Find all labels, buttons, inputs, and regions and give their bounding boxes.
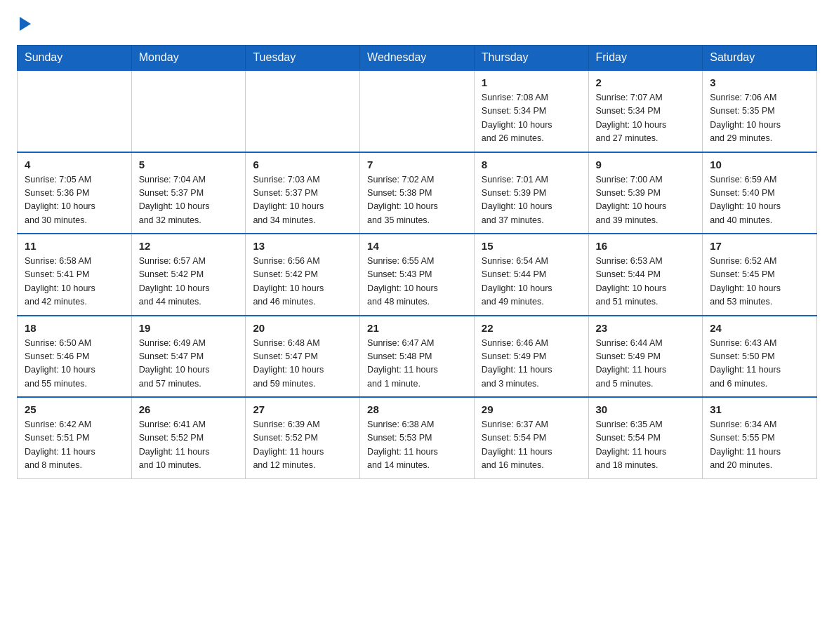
calendar-table: SundayMondayTuesdayWednesdayThursdayFrid… <box>17 45 817 479</box>
day-number: 14 <box>367 240 467 252</box>
day-number: 30 <box>596 403 696 415</box>
day-number: 2 <box>596 76 696 88</box>
calendar-cell <box>360 70 475 152</box>
calendar-cell: 10Sunrise: 6:59 AM Sunset: 5:40 PM Dayli… <box>703 152 817 234</box>
calendar-cell: 7Sunrise: 7:02 AM Sunset: 5:38 PM Daylig… <box>360 152 475 234</box>
calendar-cell: 18Sunrise: 6:50 AM Sunset: 5:46 PM Dayli… <box>18 316 132 398</box>
day-number: 22 <box>482 322 581 334</box>
day-number: 24 <box>710 322 809 334</box>
day-info: Sunrise: 7:01 AM Sunset: 5:39 PM Dayligh… <box>482 173 581 228</box>
day-info: Sunrise: 6:37 AM Sunset: 5:54 PM Dayligh… <box>482 418 581 473</box>
calendar-cell: 17Sunrise: 6:52 AM Sunset: 5:45 PM Dayli… <box>703 234 817 316</box>
day-info: Sunrise: 7:08 AM Sunset: 5:34 PM Dayligh… <box>482 91 581 146</box>
day-number: 16 <box>596 240 696 252</box>
day-number: 18 <box>25 322 124 334</box>
day-info: Sunrise: 6:55 AM Sunset: 5:43 PM Dayligh… <box>367 255 467 309</box>
day-info: Sunrise: 6:46 AM Sunset: 5:49 PM Dayligh… <box>482 337 581 391</box>
day-info: Sunrise: 6:39 AM Sunset: 5:52 PM Dayligh… <box>253 418 352 473</box>
day-info: Sunrise: 6:48 AM Sunset: 5:47 PM Dayligh… <box>253 337 352 391</box>
calendar-cell: 19Sunrise: 6:49 AM Sunset: 5:47 PM Dayli… <box>131 316 246 398</box>
day-info: Sunrise: 7:00 AM Sunset: 5:39 PM Dayligh… <box>596 173 696 228</box>
day-info: Sunrise: 6:53 AM Sunset: 5:44 PM Dayligh… <box>596 255 696 309</box>
day-number: 4 <box>25 159 124 170</box>
day-number: 31 <box>710 403 809 415</box>
day-number: 15 <box>482 240 581 252</box>
day-info: Sunrise: 6:34 AM Sunset: 5:55 PM Dayligh… <box>710 418 809 473</box>
day-number: 28 <box>367 403 467 415</box>
calendar-header-row: SundayMondayTuesdayWednesdayThursdayFrid… <box>18 46 817 71</box>
day-number: 19 <box>139 322 239 334</box>
calendar-cell: 31Sunrise: 6:34 AM Sunset: 5:55 PM Dayli… <box>703 397 817 478</box>
calendar-cell: 24Sunrise: 6:43 AM Sunset: 5:50 PM Dayli… <box>703 316 817 398</box>
calendar-cell: 3Sunrise: 7:06 AM Sunset: 5:35 PM Daylig… <box>703 70 817 152</box>
day-info: Sunrise: 6:35 AM Sunset: 5:54 PM Dayligh… <box>596 418 696 473</box>
day-info: Sunrise: 6:50 AM Sunset: 5:46 PM Dayligh… <box>25 337 124 391</box>
calendar-cell <box>246 70 360 152</box>
calendar-cell: 25Sunrise: 6:42 AM Sunset: 5:51 PM Dayli… <box>18 397 132 478</box>
calendar-week-1: 1Sunrise: 7:08 AM Sunset: 5:34 PM Daylig… <box>18 70 817 152</box>
calendar-cell: 23Sunrise: 6:44 AM Sunset: 5:49 PM Dayli… <box>588 316 703 398</box>
day-info: Sunrise: 6:42 AM Sunset: 5:51 PM Dayligh… <box>25 418 124 473</box>
day-number: 13 <box>253 240 352 252</box>
calendar-cell: 26Sunrise: 6:41 AM Sunset: 5:52 PM Dayli… <box>131 397 246 478</box>
calendar-cell: 21Sunrise: 6:47 AM Sunset: 5:48 PM Dayli… <box>360 316 475 398</box>
calendar-week-5: 25Sunrise: 6:42 AM Sunset: 5:51 PM Dayli… <box>18 397 817 478</box>
day-number: 29 <box>482 403 581 415</box>
day-number: 6 <box>253 159 352 170</box>
day-number: 3 <box>710 76 809 88</box>
day-number: 20 <box>253 322 352 334</box>
day-info: Sunrise: 6:56 AM Sunset: 5:42 PM Dayligh… <box>253 255 352 309</box>
calendar-cell: 15Sunrise: 6:54 AM Sunset: 5:44 PM Dayli… <box>474 234 588 316</box>
col-header-sunday: Sunday <box>18 46 132 71</box>
calendar-cell: 13Sunrise: 6:56 AM Sunset: 5:42 PM Dayli… <box>246 234 360 316</box>
day-info: Sunrise: 7:03 AM Sunset: 5:37 PM Dayligh… <box>253 173 352 228</box>
day-info: Sunrise: 7:07 AM Sunset: 5:34 PM Dayligh… <box>596 91 696 146</box>
calendar-cell: 2Sunrise: 7:07 AM Sunset: 5:34 PM Daylig… <box>588 70 703 152</box>
col-header-tuesday: Tuesday <box>246 46 360 71</box>
day-number: 27 <box>253 403 352 415</box>
day-info: Sunrise: 6:54 AM Sunset: 5:44 PM Dayligh… <box>482 255 581 309</box>
col-header-thursday: Thursday <box>474 46 588 71</box>
calendar-cell: 5Sunrise: 7:04 AM Sunset: 5:37 PM Daylig… <box>131 152 246 234</box>
calendar-cell <box>131 70 246 152</box>
day-info: Sunrise: 6:41 AM Sunset: 5:52 PM Dayligh… <box>139 418 239 473</box>
calendar-cell: 28Sunrise: 6:38 AM Sunset: 5:53 PM Dayli… <box>360 397 475 478</box>
day-number: 8 <box>482 159 581 170</box>
col-header-saturday: Saturday <box>703 46 817 71</box>
calendar-cell: 16Sunrise: 6:53 AM Sunset: 5:44 PM Dayli… <box>588 234 703 316</box>
calendar-cell: 22Sunrise: 6:46 AM Sunset: 5:49 PM Dayli… <box>474 316 588 398</box>
calendar-cell: 1Sunrise: 7:08 AM Sunset: 5:34 PM Daylig… <box>474 70 588 152</box>
logo <box>17 17 31 32</box>
day-number: 12 <box>139 240 239 252</box>
col-header-wednesday: Wednesday <box>360 46 475 71</box>
calendar-cell: 12Sunrise: 6:57 AM Sunset: 5:42 PM Dayli… <box>131 234 246 316</box>
calendar-cell: 4Sunrise: 7:05 AM Sunset: 5:36 PM Daylig… <box>18 152 132 234</box>
day-number: 25 <box>25 403 124 415</box>
calendar-week-4: 18Sunrise: 6:50 AM Sunset: 5:46 PM Dayli… <box>18 316 817 398</box>
calendar-cell: 27Sunrise: 6:39 AM Sunset: 5:52 PM Dayli… <box>246 397 360 478</box>
calendar-cell: 9Sunrise: 7:00 AM Sunset: 5:39 PM Daylig… <box>588 152 703 234</box>
page-header <box>17 17 817 32</box>
day-number: 26 <box>139 403 239 415</box>
logo-arrow-icon <box>20 17 31 31</box>
day-number: 7 <box>367 159 467 170</box>
day-info: Sunrise: 6:43 AM Sunset: 5:50 PM Dayligh… <box>710 337 809 391</box>
col-header-friday: Friday <box>588 46 703 71</box>
day-info: Sunrise: 6:47 AM Sunset: 5:48 PM Dayligh… <box>367 337 467 391</box>
day-info: Sunrise: 7:05 AM Sunset: 5:36 PM Dayligh… <box>25 173 124 228</box>
day-info: Sunrise: 6:57 AM Sunset: 5:42 PM Dayligh… <box>139 255 239 309</box>
day-info: Sunrise: 7:04 AM Sunset: 5:37 PM Dayligh… <box>139 173 239 228</box>
day-number: 10 <box>710 159 809 170</box>
day-number: 17 <box>710 240 809 252</box>
day-info: Sunrise: 7:06 AM Sunset: 5:35 PM Dayligh… <box>710 91 809 146</box>
calendar-cell: 14Sunrise: 6:55 AM Sunset: 5:43 PM Dayli… <box>360 234 475 316</box>
day-info: Sunrise: 6:38 AM Sunset: 5:53 PM Dayligh… <box>367 418 467 473</box>
day-number: 1 <box>482 76 581 88</box>
day-number: 5 <box>139 159 239 170</box>
calendar-cell: 20Sunrise: 6:48 AM Sunset: 5:47 PM Dayli… <box>246 316 360 398</box>
calendar-cell: 29Sunrise: 6:37 AM Sunset: 5:54 PM Dayli… <box>474 397 588 478</box>
calendar-week-3: 11Sunrise: 6:58 AM Sunset: 5:41 PM Dayli… <box>18 234 817 316</box>
day-info: Sunrise: 6:58 AM Sunset: 5:41 PM Dayligh… <box>25 255 124 309</box>
day-info: Sunrise: 6:52 AM Sunset: 5:45 PM Dayligh… <box>710 255 809 309</box>
calendar-cell: 30Sunrise: 6:35 AM Sunset: 5:54 PM Dayli… <box>588 397 703 478</box>
